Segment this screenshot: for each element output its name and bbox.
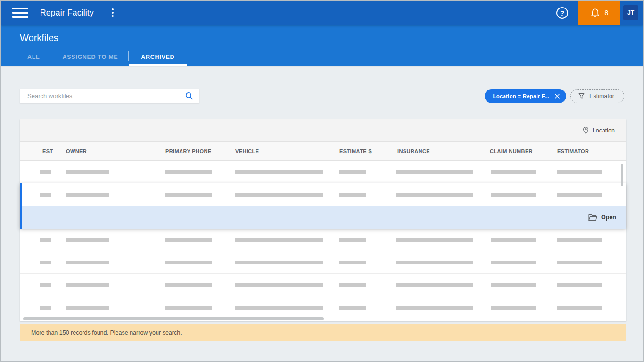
column-header-claim-number[interactable]: CLAIM NUMBER (490, 142, 533, 161)
skeleton-cell (66, 283, 109, 287)
folder-open-icon (588, 214, 597, 221)
skeleton-cell (66, 261, 109, 264)
location-filter-chip[interactable]: Location = Repair F... (485, 89, 566, 103)
column-header-primary-phone[interactable]: PRIMARY PHONE (165, 142, 212, 161)
horizontal-scrollbar[interactable] (23, 317, 324, 320)
tab-archived[interactable]: ARCHIVED (129, 48, 187, 66)
skeleton-cell (235, 306, 323, 310)
skeleton-cell (165, 238, 212, 242)
skeleton-cell (165, 283, 212, 287)
help-icon[interactable]: ? (556, 7, 568, 19)
tab-assigned-to-me[interactable]: ASSIGNED TO ME (47, 48, 128, 66)
page-title: Workfiles (20, 33, 58, 43)
skeleton-cell (396, 283, 473, 287)
tab-all[interactable]: ALL (20, 48, 47, 66)
column-header-estimator[interactable]: ESTIMATOR (557, 142, 589, 161)
skeleton-cell (557, 283, 602, 287)
skeleton-cell (491, 306, 536, 310)
skeleton-cell (339, 170, 366, 174)
skeleton-cell (40, 238, 51, 242)
skeleton-cell (491, 193, 536, 197)
appbar-divider (545, 1, 545, 25)
app-window: Repair Facility ? 8 JT Workfiles ALL ASS… (0, 0, 644, 362)
search-input[interactable] (20, 92, 185, 99)
skeleton-cell (40, 170, 51, 174)
funnel-icon (578, 92, 585, 99)
skeleton-cell (396, 238, 473, 242)
open-button[interactable]: Open (588, 214, 616, 221)
table-row-selected[interactable] (20, 183, 626, 206)
table-row[interactable] (20, 296, 626, 319)
app-bar: Repair Facility ? 8 JT (1, 1, 643, 25)
skeleton-cell (491, 170, 536, 174)
skeleton-cell (235, 193, 323, 197)
hamburger-menu-icon[interactable] (12, 8, 28, 18)
vertical-scrollbar[interactable] (621, 164, 623, 186)
user-avatar[interactable]: JT (623, 5, 638, 20)
skeleton-cell (557, 193, 602, 197)
table-body: Open (20, 161, 626, 319)
skeleton-cell (66, 193, 109, 197)
app-title: Repair Facility (40, 8, 94, 18)
table-row[interactable] (20, 274, 626, 296)
skeleton-cell (491, 261, 536, 264)
column-header-vehicle[interactable]: VEHICLE (235, 142, 259, 161)
column-header-owner[interactable]: OWNER (66, 142, 87, 161)
notifications-button[interactable]: 8 (578, 1, 620, 25)
bell-icon (590, 8, 600, 18)
table-row[interactable] (20, 229, 626, 251)
estimator-filter-chip[interactable]: Estimator (570, 89, 624, 103)
selected-row-group: Open (20, 183, 626, 229)
appbar-right: ? 8 JT (545, 1, 643, 25)
skeleton-cell (557, 306, 602, 310)
filter-chips: Location = Repair F... Estimator (485, 89, 624, 103)
skeleton-cell (557, 238, 602, 242)
search-icon[interactable] (185, 91, 194, 100)
workfiles-table: Location EST OWNER PRIMARY PHONE VEHICLE… (20, 119, 626, 321)
skeleton-cell (235, 283, 323, 287)
skeleton-cell (339, 193, 366, 197)
skeleton-cell (339, 283, 366, 287)
skeleton-cell (165, 193, 212, 197)
column-header-estimate[interactable]: ESTIMATE $ (339, 142, 372, 161)
skeleton-cell (396, 261, 473, 264)
skeleton-cell (235, 261, 323, 264)
content-area: Location = Repair F... Estimator (1, 66, 643, 361)
skeleton-cell (339, 261, 366, 264)
open-button-label: Open (601, 214, 616, 221)
skeleton-cell (557, 170, 602, 174)
location-column-toggle[interactable]: Location (582, 126, 615, 134)
skeleton-cell (66, 238, 109, 242)
location-filter-label: Location = Repair F... (493, 93, 549, 99)
search-box (20, 89, 199, 103)
table-row[interactable] (20, 251, 626, 274)
column-header-est[interactable]: EST (42, 142, 53, 161)
skeleton-cell (66, 170, 109, 174)
skeleton-cell (557, 261, 602, 264)
skeleton-cell (491, 238, 536, 242)
skeleton-cell (339, 238, 366, 242)
close-icon[interactable] (554, 93, 561, 99)
skeleton-cell (165, 170, 212, 174)
column-header-insurance[interactable]: INSURANCE (397, 142, 430, 161)
records-limit-banner: More than 150 records found. Please narr… (20, 324, 626, 341)
skeleton-cell (165, 306, 212, 310)
skeleton-cell (396, 170, 473, 174)
skeleton-cell (40, 306, 51, 310)
location-column-label: Location (593, 127, 615, 134)
kebab-menu-icon[interactable] (107, 7, 118, 18)
skeleton-cell (40, 283, 51, 287)
skeleton-cell (40, 193, 51, 197)
skeleton-cell (491, 283, 536, 287)
toolbar: Location = Repair F... Estimator (20, 89, 624, 103)
skeleton-cell (235, 170, 323, 174)
skeleton-cell (40, 261, 51, 264)
skeleton-cell (339, 306, 366, 310)
skeleton-cell (235, 238, 323, 242)
notification-count: 8 (605, 9, 609, 16)
skeleton-cell (396, 193, 473, 197)
tab-bar: ALL ASSIGNED TO ME ARCHIVED (20, 48, 187, 66)
table-actions-bar: Location (20, 119, 626, 142)
table-row[interactable] (20, 161, 626, 183)
skeleton-cell (396, 306, 473, 310)
